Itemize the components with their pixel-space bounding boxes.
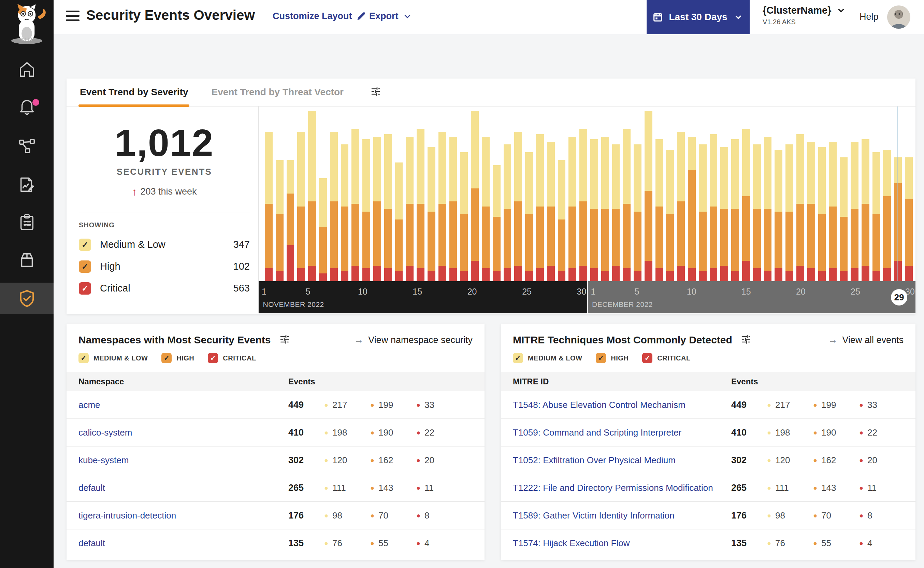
bar-december-8[interactable] <box>666 150 674 281</box>
critical-checkbox[interactable]: ✓ <box>79 282 91 295</box>
sidebar-item-alerts[interactable] <box>0 92 54 123</box>
trend-filter-sliders-icon[interactable] <box>370 86 381 98</box>
bar-november-23[interactable] <box>503 144 511 281</box>
namespaces-filter-sliders-icon[interactable] <box>279 334 290 346</box>
bar-december-7[interactable] <box>656 139 663 281</box>
help-link[interactable]: Help <box>859 12 879 22</box>
bar-december-2[interactable] <box>601 137 609 281</box>
bar-december-6[interactable] <box>645 111 653 281</box>
bar-november-27[interactable] <box>547 142 555 281</box>
namespace-link[interactable]: default <box>78 538 288 548</box>
bar-november-5[interactable] <box>308 111 316 281</box>
namespace-link[interactable]: calico-system <box>78 428 288 438</box>
tab-event-trend-by-threat-vector[interactable]: Event Trend by Threat Vector <box>210 78 345 106</box>
sidebar-item-policies[interactable] <box>0 169 54 200</box>
bar-december-13[interactable] <box>720 147 728 281</box>
bar-november-12[interactable] <box>384 134 392 281</box>
sidebar-item-service-graph[interactable] <box>0 130 54 162</box>
sidebar-item-threat-defense[interactable] <box>0 282 54 314</box>
bar-december-29[interactable] <box>894 157 902 281</box>
bar-november-29[interactable] <box>568 137 576 281</box>
export-dropdown[interactable]: Export <box>369 11 412 21</box>
critical-checkbox[interactable]: ✓ <box>642 353 653 363</box>
bar-december-17[interactable] <box>764 137 772 281</box>
bar-november-11[interactable] <box>373 137 381 281</box>
hamburger-menu-button[interactable] <box>66 11 80 23</box>
bar-november-14[interactable] <box>406 137 413 281</box>
bar-november-26[interactable] <box>536 134 544 281</box>
mitre-filter-sliders-icon[interactable] <box>740 334 751 346</box>
bar-november-4[interactable] <box>297 132 305 281</box>
bar-november-13[interactable] <box>395 163 403 281</box>
mitre-technique-link[interactable]: T1589: Gather Victim Identity Informatio… <box>513 510 731 521</box>
bar-december-19[interactable] <box>785 144 793 281</box>
cluster-selector[interactable]: {ClusterName} V1.26 AKS <box>763 5 846 26</box>
calico-cat-logo[interactable] <box>3 3 50 44</box>
user-avatar[interactable] <box>887 6 910 29</box>
medium_low-checkbox[interactable]: ✓ <box>78 353 89 363</box>
bar-november-20[interactable] <box>471 111 479 281</box>
bar-november-30[interactable] <box>579 129 587 281</box>
mitre-technique-link[interactable]: T1052: Exfiltration Over Physical Medium <box>513 455 731 465</box>
high-checkbox[interactable]: ✓ <box>161 353 172 363</box>
sidebar-item-home[interactable] <box>0 54 54 85</box>
bar-december-15[interactable] <box>742 129 750 281</box>
bar-december-11[interactable] <box>699 144 707 281</box>
bar-november-9[interactable] <box>351 129 359 281</box>
namespaces-filter-medium_low[interactable]: ✓MEDIUM & LOW <box>78 353 148 363</box>
mitre-filter-high[interactable]: ✓HIGH <box>596 353 629 363</box>
bar-november-16[interactable] <box>428 147 436 281</box>
namespace-link[interactable]: kube-system <box>78 455 288 465</box>
bar-november-19[interactable] <box>460 152 468 281</box>
customize-layout-button[interactable]: Customize Layout <box>273 11 366 21</box>
bar-december-22[interactable] <box>818 147 826 281</box>
bar-november-8[interactable] <box>341 144 349 281</box>
bar-november-7[interactable] <box>330 132 338 281</box>
mitre-technique-link[interactable]: T1222: File and Directory Permissions Mo… <box>513 483 731 493</box>
bar-november-3[interactable] <box>286 160 294 281</box>
critical-checkbox[interactable]: ✓ <box>208 353 218 363</box>
bar-december-5[interactable] <box>634 144 642 281</box>
mitre-technique-link[interactable]: T1548: Abuse Elevation Control Mechanism <box>513 400 731 410</box>
legend-row-medium_low[interactable]: ✓Medium & Low347 <box>79 234 250 256</box>
bar-november-25[interactable] <box>525 152 533 281</box>
bar-december-1[interactable] <box>590 139 598 281</box>
sidebar-item-compliance[interactable] <box>0 207 54 238</box>
medium_low-checkbox[interactable]: ✓ <box>513 353 523 363</box>
bar-november-6[interactable] <box>319 178 327 281</box>
medium_low-checkbox[interactable]: ✓ <box>79 239 91 251</box>
bar-december-14[interactable] <box>731 139 739 281</box>
bar-november-17[interactable] <box>439 132 446 281</box>
view-namespace-security-link[interactable]: → View namespace security <box>354 334 473 346</box>
namespace-link[interactable]: tigera-intrusion-detection <box>78 510 288 521</box>
current-day-badge[interactable]: 29 <box>891 289 907 305</box>
mitre-technique-link[interactable]: T1059: Command and Scripting Interpreter <box>513 428 731 438</box>
legend-row-high[interactable]: ✓High102 <box>79 256 250 278</box>
sidebar-item-workloads[interactable] <box>0 245 54 276</box>
bar-november-10[interactable] <box>362 139 370 281</box>
bar-december-12[interactable] <box>710 134 717 281</box>
bar-november-28[interactable] <box>558 160 566 281</box>
bar-december-21[interactable] <box>807 142 815 281</box>
bar-december-24[interactable] <box>840 157 847 281</box>
namespace-link[interactable]: default <box>78 483 288 493</box>
mitre-filter-critical[interactable]: ✓CRITICAL <box>642 353 690 363</box>
bar-november-24[interactable] <box>514 132 522 281</box>
bar-november-21[interactable] <box>482 137 490 281</box>
bar-december-18[interactable] <box>775 150 782 281</box>
bar-november-2[interactable] <box>276 160 283 281</box>
namespace-link[interactable]: acme <box>78 400 288 410</box>
mitre-technique-link[interactable]: T1574: Hijack Execution Flow <box>513 538 731 548</box>
bar-december-30[interactable] <box>905 157 913 281</box>
bar-december-26[interactable] <box>862 139 870 281</box>
bar-november-18[interactable] <box>449 137 457 281</box>
bar-november-22[interactable] <box>493 165 500 281</box>
view-all-events-link[interactable]: → View all events <box>828 334 903 346</box>
bar-december-23[interactable] <box>829 142 837 281</box>
bar-december-9[interactable] <box>677 132 685 281</box>
tab-event-trend-by-severity[interactable]: Event Trend by Severity <box>78 78 189 106</box>
bar-november-1[interactable] <box>265 132 273 281</box>
bar-december-10[interactable] <box>688 137 696 281</box>
bar-december-16[interactable] <box>753 144 761 281</box>
namespaces-filter-high[interactable]: ✓HIGH <box>161 353 194 363</box>
